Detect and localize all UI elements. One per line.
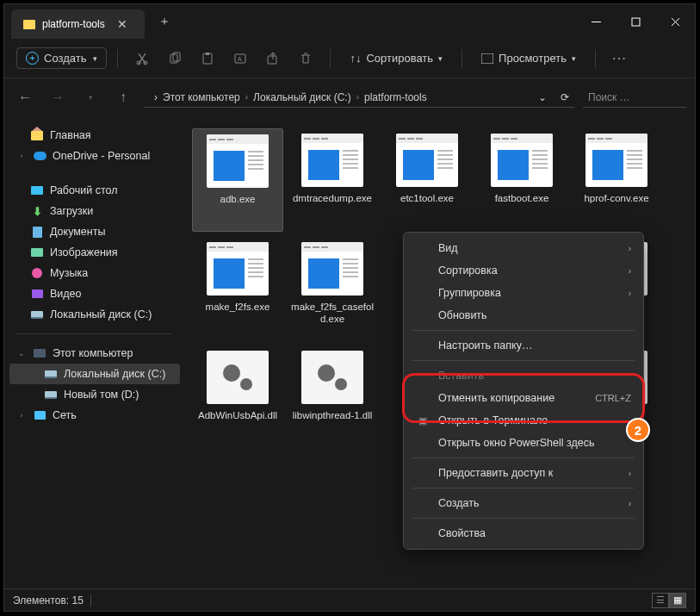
sidebar-item-documents[interactable]: Документы [9, 221, 180, 242]
file-item[interactable]: adb.exe [192, 128, 283, 232]
ctx-sort[interactable]: Сортировка› [404, 259, 643, 282]
search-input[interactable]: Поиск … [583, 88, 686, 108]
folder-icon [23, 20, 35, 29]
chevron-right-icon: › [629, 244, 631, 253]
sidebar-item-video[interactable]: Видео [9, 283, 180, 304]
ctx-refresh[interactable]: Обновить [404, 304, 643, 327]
exe-icon [207, 134, 269, 188]
file-name: AdbWinUsbApi.dll [198, 409, 277, 421]
chevron-down-icon: ▾ [93, 54, 97, 63]
new-button[interactable]: + Создать ▾ [16, 47, 107, 69]
recent-dropdown[interactable]: ▾ [78, 93, 102, 102]
exe-icon [585, 134, 647, 187]
file-name: etc1tool.exe [400, 192, 454, 204]
ctx-props[interactable]: Свойства [404, 522, 643, 544]
sidebar-item-home[interactable]: Главная [9, 125, 180, 146]
status-bar: Элементов: 15 ☰ ▦ [4, 588, 695, 611]
file-item[interactable]: dmtracedump.exe [287, 128, 378, 232]
sidebar-item-downloads[interactable]: ⬇Загрузки [9, 201, 180, 221]
titlebar: platform-tools ✕ ＋ [4, 4, 695, 39]
file-item[interactable]: libwinpthread-1.dll [287, 345, 378, 449]
file-item[interactable]: AdbWinUsbApi.dll [192, 345, 283, 449]
file-item[interactable]: make_f2fs.exe [192, 237, 283, 340]
expand-icon[interactable]: › [16, 152, 27, 160]
back-button[interactable]: ← [13, 90, 37, 105]
ctx-powershell[interactable]: Открыть окно PowerShell здесь [404, 432, 643, 454]
sidebar-item-music[interactable]: Музыка [9, 263, 180, 283]
tab-close-button[interactable]: ✕ [112, 17, 133, 31]
collapse-icon[interactable]: ⌄ [16, 349, 27, 358]
exe-icon [301, 134, 363, 187]
expand-icon[interactable]: › [16, 411, 27, 420]
breadcrumb[interactable]: › Этот компьютер› Локальный диск (C:)› p… [144, 88, 574, 108]
view-details-button[interactable]: ☰ [652, 593, 669, 608]
sidebar-item-local-c-child[interactable]: Локальный диск (C:) [9, 364, 180, 384]
sort-dropdown[interactable]: ↑↓ Сортировать ▾ [341, 48, 451, 68]
chevron-right-icon: › [629, 266, 631, 276]
rename-button[interactable]: A [226, 45, 254, 72]
view-dropdown[interactable]: Просмотреть ▾ [473, 48, 585, 68]
new-tab-button[interactable]: ＋ [153, 14, 176, 29]
sidebar-item-desktop[interactable]: Рабочий стол [9, 180, 180, 201]
more-button[interactable]: ··· [606, 45, 634, 72]
dll-icon [207, 351, 269, 404]
chevron-down-icon[interactable]: ⌄ [538, 91, 547, 103]
copy-button[interactable] [161, 45, 189, 72]
ctx-terminal[interactable]: ▣Открыть в Терминале [404, 409, 643, 432]
chevron-right-icon: › [245, 92, 248, 102]
terminal-icon: ▣ [416, 415, 430, 426]
chevron-right-icon: › [629, 469, 631, 478]
forward-button[interactable]: → [46, 90, 70, 105]
sidebar-item-thispc[interactable]: ⌄Этот компьютер [9, 343, 180, 364]
ctx-view[interactable]: Вид› [404, 237, 643, 259]
sidebar-item-local-c[interactable]: Локальный диск (C:) [9, 304, 180, 325]
file-name: fastboot.exe [495, 192, 549, 204]
sidebar-item-newvol-d[interactable]: Новый том (D:) [9, 384, 180, 405]
exe-icon [396, 134, 458, 187]
file-explorer-window: platform-tools ✕ ＋ + Создать ▾ A ↑↓ Сорт… [3, 3, 696, 612]
view-label: Просмотреть [499, 52, 567, 65]
minimize-button[interactable] [576, 4, 616, 39]
download-icon: ⬇ [30, 205, 44, 217]
plus-icon: + [26, 52, 39, 65]
context-menu: Вид› Сортировка› Группировка› Обновить Н… [403, 232, 644, 550]
svg-rect-6 [206, 53, 209, 55]
maximize-button[interactable] [616, 4, 655, 39]
ctx-group[interactable]: Группировка› [404, 282, 643, 304]
tab-current[interactable]: platform-tools ✕ [11, 9, 145, 39]
ctx-access[interactable]: Предоставить доступ к› [404, 462, 643, 484]
view-icons-button[interactable]: ▦ [669, 593, 686, 608]
svg-rect-0 [632, 18, 640, 26]
breadcrumb-item[interactable]: Локальный диск (C:) [253, 91, 351, 103]
file-item[interactable]: fastboot.exe [476, 128, 567, 232]
dll-icon [301, 351, 363, 404]
refresh-button[interactable]: ⟳ [561, 91, 569, 103]
sidebar-item-pictures[interactable]: Изображения [9, 242, 180, 263]
breadcrumb-item[interactable]: platform-tools [364, 91, 427, 103]
svg-text:A: A [238, 56, 242, 62]
ctx-undo[interactable]: Отменить копированиеCTRL+Z [404, 387, 643, 409]
file-item[interactable]: etc1tool.exe [381, 128, 473, 232]
ctx-customize[interactable]: Настроить папку… [404, 334, 643, 357]
tab-title: platform-tools [42, 18, 105, 30]
new-button-label: Создать [44, 52, 86, 65]
close-button[interactable] [655, 4, 695, 39]
sidebar-item-onedrive[interactable]: ›OneDrive - Personal [9, 146, 180, 166]
file-name: make_f2fs.exe [206, 301, 270, 313]
chevron-right-icon: › [154, 91, 158, 103]
delete-button[interactable] [292, 45, 319, 72]
view-icon [481, 53, 493, 64]
svg-rect-10 [481, 53, 493, 64]
toolbar: + Создать ▾ A ↑↓ Сортировать ▾ Просмотре… [4, 39, 695, 78]
chevron-down-icon: ▾ [438, 54, 443, 63]
file-item[interactable]: make_f2fs_casefold.exe [287, 237, 378, 340]
share-button[interactable] [259, 45, 287, 72]
cut-button[interactable] [128, 45, 156, 72]
sidebar-item-network[interactable]: ›Сеть [9, 405, 180, 426]
navigation-bar: ← → ▾ ↑ › Этот компьютер› Локальный диск… [4, 78, 695, 116]
ctx-create[interactable]: Создать› [404, 492, 643, 514]
up-button[interactable]: ↑ [111, 90, 135, 105]
breadcrumb-item[interactable]: Этот компьютер [163, 91, 240, 103]
file-item[interactable]: hprof-conv.exe [571, 128, 662, 232]
paste-button[interactable] [194, 45, 221, 72]
